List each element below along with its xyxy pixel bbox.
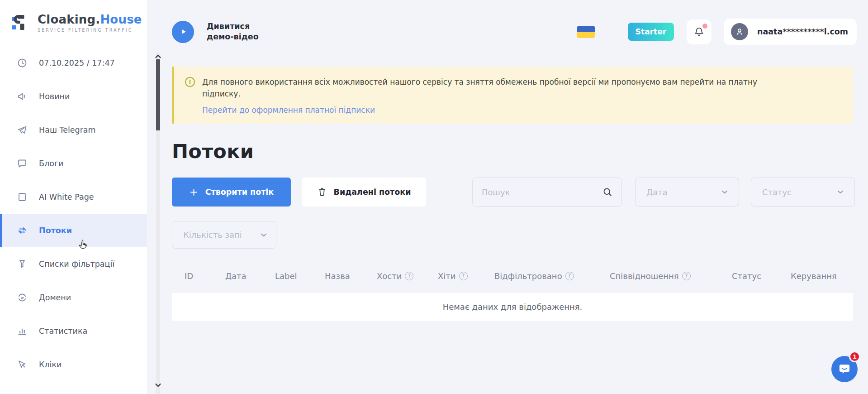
sidebar-item-chat[interactable]: Блоги <box>0 147 147 180</box>
brand-name-primary: Cloaking. <box>38 13 100 26</box>
search-input[interactable] <box>482 187 602 197</box>
column-header: Співвідношення? <box>610 271 732 281</box>
sidebar-scrollbar[interactable] <box>156 53 160 394</box>
sidebar-item-megaphone[interactable]: Новини <box>0 80 147 113</box>
plus-icon <box>189 187 199 197</box>
search-field <box>472 178 622 207</box>
chevron-down-icon <box>259 230 269 240</box>
plan-badge-button[interactable]: Starter <box>628 23 674 41</box>
demo-video-label[interactable]: Дивитися демо-відео <box>207 21 266 42</box>
sidebar-item-clock[interactable]: 07.10.2025 / 17:47 <box>0 46 147 80</box>
main-content: Дивитися демо-відео Starter naata*******… <box>172 0 857 321</box>
warning-icon: ! <box>185 77 195 87</box>
controls-row-2: Кількість запі <box>172 221 857 249</box>
sidebar-scrollbar-thumb[interactable] <box>156 59 160 130</box>
sidebar: Cloaking.House SERVICE FILTERING TRAFFIC… <box>0 0 147 394</box>
create-stream-button[interactable]: Створити потік <box>172 178 291 207</box>
sidebar-item-label: AI White Page <box>39 192 94 202</box>
column-header-label: Статус <box>732 271 761 281</box>
sidebar-item-globe[interactable]: wДомени <box>0 281 147 314</box>
scrollbar-down-arrow[interactable] <box>154 382 162 388</box>
flag-yellow-stripe <box>577 32 595 38</box>
empty-state-text: Немає даних для відображення. <box>443 302 583 312</box>
clock-icon <box>17 58 28 68</box>
sidebar-item-label: 07.10.2025 / 17:47 <box>39 58 115 67</box>
trial-warning-banner: ! Для повного використання всіх можливос… <box>172 67 853 124</box>
user-email: naata**********l.com <box>757 27 848 36</box>
chevron-down-icon <box>835 187 845 197</box>
banner-text: Для повного використання всіх можливосте… <box>202 77 790 100</box>
column-header-label: Назва <box>325 271 350 281</box>
search-icon[interactable] <box>602 187 613 197</box>
deleted-streams-button[interactable]: Видалені потоки <box>302 178 426 207</box>
column-header: Керування <box>791 271 853 281</box>
column-header: Відфільтровано? <box>494 271 610 281</box>
date-filter-label: Дата <box>646 187 668 197</box>
sidebar-item-label: Домени <box>39 293 71 302</box>
controls-row: Створити потік Видалені потоки Дата Стат… <box>172 178 855 207</box>
language-flag-ukraine[interactable] <box>577 26 595 38</box>
help-icon[interactable]: ? <box>405 272 413 280</box>
brand-logo-icon <box>11 13 32 34</box>
brand-logo[interactable]: Cloaking.House SERVICE FILTERING TRAFFIC <box>0 0 147 34</box>
sidebar-item-page[interactable]: AI White Page <box>0 180 147 214</box>
column-header: Дата <box>225 271 275 281</box>
demo-video-play-button[interactable] <box>172 21 194 43</box>
brand-tagline: SERVICE FILTERING TRAFFIC <box>38 28 142 33</box>
column-header: Назва <box>325 271 377 281</box>
user-icon <box>734 26 745 37</box>
records-count-select[interactable]: Кількість запі <box>172 221 276 249</box>
column-header: Хіти? <box>438 271 494 281</box>
svg-text:w: w <box>21 296 24 300</box>
page-title: Потоки <box>172 141 857 162</box>
user-menu[interactable]: naata**********l.com <box>724 19 857 45</box>
column-header: Статус <box>732 271 791 281</box>
megaphone-icon <box>17 91 28 102</box>
trash-icon <box>317 187 327 197</box>
sidebar-item-label: Статистика <box>39 327 87 336</box>
sidebar-item-cursor[interactable]: Кліки <box>0 348 147 381</box>
sidebar-item-label: Наш Telegram <box>39 125 96 135</box>
notification-dot <box>702 24 707 29</box>
notifications-button[interactable] <box>687 19 711 44</box>
deleted-streams-label: Видалені потоки <box>334 187 411 197</box>
help-icon[interactable]: ? <box>682 272 691 280</box>
scrollbar-up-arrow[interactable] <box>154 53 162 59</box>
flag-blue-stripe <box>577 26 595 32</box>
column-header-label: Хости <box>377 271 402 281</box>
column-header-label: Відфільтровано <box>494 271 562 281</box>
sync-icon <box>17 225 28 236</box>
column-header-label: Дата <box>225 271 247 281</box>
chat-bubble-icon <box>837 362 852 376</box>
create-stream-label: Створити потік <box>205 187 274 197</box>
sidebar-item-label: Блоги <box>39 159 63 168</box>
funnel-icon <box>17 259 28 269</box>
sidebar-item-telegram[interactable]: Наш Telegram <box>0 113 147 147</box>
sidebar-item-stats[interactable]: Статистика <box>0 314 147 348</box>
sidebar-item-sync[interactable]: Потоки <box>0 214 147 247</box>
help-icon[interactable]: ? <box>565 272 574 280</box>
status-filter-select[interactable]: Статус <box>751 178 855 207</box>
records-count-label: Кількість запі <box>183 230 242 240</box>
date-filter-select[interactable]: Дата <box>635 178 739 207</box>
help-icon[interactable]: ? <box>459 272 468 280</box>
chevron-down-icon <box>720 187 730 197</box>
column-header: Хости? <box>377 271 438 281</box>
column-header: Label <box>275 271 325 281</box>
column-header-label: Label <box>275 271 297 281</box>
stats-icon <box>17 326 28 336</box>
sidebar-item-label: Кліки <box>39 360 62 369</box>
subscription-link[interactable]: Перейти до оформлення платної підписки <box>202 106 375 115</box>
sidebar-item-funnel[interactable]: Списки фільтрації <box>0 247 147 281</box>
chat-unread-badge: 1 <box>849 351 860 362</box>
brand-name-secondary: House <box>100 13 142 26</box>
column-header-label: Керування <box>791 271 837 281</box>
brand-text: Cloaking.House SERVICE FILTERING TRAFFIC <box>38 14 142 33</box>
top-bar: Дивитися демо-відео Starter naata*******… <box>172 0 857 51</box>
page-icon <box>17 192 28 202</box>
cursor-icon <box>17 359 28 370</box>
column-header-label: ID <box>185 271 193 281</box>
globe-icon: w <box>17 292 28 303</box>
sidebar-menu: 07.10.2025 / 17:47НовиниНаш TelegramБлог… <box>0 46 147 381</box>
status-filter-label: Статус <box>762 187 792 197</box>
